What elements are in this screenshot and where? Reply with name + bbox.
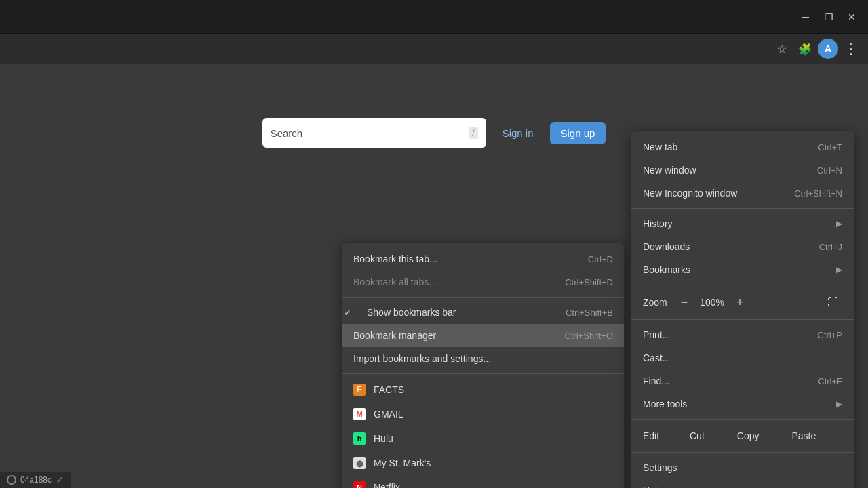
submenu-divider-2	[342, 373, 624, 374]
bookmark-facts-item[interactable]: F FACTS	[342, 378, 624, 402]
more-tools-item[interactable]: More tools ▶	[631, 392, 854, 415]
bookmark-all-tabs-item: Bookmark all tabs... Ctrl+Shift+D	[342, 270, 624, 293]
main-content: Search / Sign in Sign up 04a188c ✓ Bookm…	[0, 64, 868, 488]
settings-label: Settings	[643, 462, 677, 473]
bookmarks-label: Bookmarks	[643, 264, 690, 275]
bookmarks-item[interactable]: Bookmarks ▶	[631, 258, 854, 281]
browser-titlebar: ─ ❐ ✕	[0, 0, 868, 34]
import-bookmarks-label: Import bookmarks and settings...	[353, 353, 491, 364]
edit-row: Edit Cut Copy Paste	[631, 423, 854, 449]
zoom-row: Zoom − 100% + ⛶	[631, 289, 854, 316]
new-tab-label: New tab	[643, 142, 677, 152]
more-tools-arrow-icon: ▶	[836, 399, 842, 409]
copy-button[interactable]: Copy	[728, 427, 769, 445]
new-window-label: New window	[643, 165, 696, 176]
new-window-shortcut: Ctrl+N	[817, 165, 842, 176]
paste-button[interactable]: Paste	[782, 427, 825, 445]
new-incognito-item[interactable]: New Incognito window Ctrl+Shift+N	[631, 182, 854, 205]
submenu-divider-1	[342, 297, 624, 298]
history-label: History	[643, 218, 673, 229]
netflix-icon: N	[353, 481, 366, 488]
extensions-icon[interactable]: 🧩	[795, 39, 815, 59]
bookmark-manager-label: Bookmark manager	[353, 330, 436, 341]
status-id: 04a188c	[20, 475, 52, 485]
bookmark-this-tab-shortcut: Ctrl+D	[588, 254, 613, 264]
stmarks-icon: ⬤	[353, 457, 366, 469]
settings-item[interactable]: Settings	[631, 456, 854, 479]
maximize-button[interactable]: ❐	[819, 7, 838, 26]
zoom-minus-button[interactable]: −	[675, 293, 693, 311]
status-bar: 04a188c ✓	[0, 472, 71, 488]
zoom-label: Zoom	[643, 297, 670, 308]
more-tools-label: More tools	[643, 399, 687, 409]
bookmark-stmarks-item[interactable]: ⬤ My St. Mark's	[342, 451, 624, 475]
bookmarks-arrow-icon: ▶	[836, 265, 842, 274]
bookmark-gmail-item[interactable]: M GMAIL	[342, 402, 624, 426]
zoom-fullscreen-button[interactable]: ⛶	[823, 293, 842, 312]
menu-divider-1	[631, 208, 854, 209]
signup-button[interactable]: Sign up	[550, 122, 606, 144]
bookmark-all-tabs-label: Bookmark all tabs...	[353, 277, 437, 287]
show-bookmarks-bar-label: Show bookmarks bar	[367, 307, 456, 318]
bookmark-this-tab-label: Bookmark this tab...	[353, 253, 437, 264]
find-label: Find...	[643, 375, 669, 386]
menu-divider-2	[631, 285, 854, 285]
new-tab-item[interactable]: New tab Ctrl+T	[631, 136, 854, 159]
find-item[interactable]: Find... Ctrl+F	[631, 369, 854, 392]
hulu-icon: h	[353, 432, 366, 445]
bookmark-netflix-item[interactable]: N Netflix	[342, 475, 624, 488]
gmail-icon: M	[353, 408, 366, 420]
menu-divider-3	[631, 319, 854, 320]
bookmark-star-icon[interactable]: ☆	[772, 39, 792, 59]
bookmark-manager-item[interactable]: Bookmark manager Ctrl+Shift+O	[342, 324, 624, 347]
cast-item[interactable]: Cast...	[631, 346, 854, 369]
new-tab-shortcut: Ctrl+T	[818, 142, 842, 152]
show-bookmarks-bar-shortcut: Ctrl+Shift+B	[566, 308, 613, 318]
browser-toolbar: ☆ 🧩 A ⋮	[0, 34, 868, 64]
search-box[interactable]: Search /	[262, 118, 486, 148]
find-shortcut: Ctrl+F	[818, 376, 842, 386]
signin-button[interactable]: Sign in	[494, 122, 542, 144]
import-bookmarks-item[interactable]: Import bookmarks and settings...	[342, 347, 624, 370]
downloads-shortcut: Ctrl+J	[819, 242, 842, 252]
history-item[interactable]: History ▶	[631, 212, 854, 235]
zoom-plus-button[interactable]: +	[731, 293, 749, 311]
cast-label: Cast...	[643, 352, 670, 363]
bookmark-hulu-item[interactable]: h Hulu	[342, 426, 624, 451]
help-item[interactable]: Help ▶	[631, 479, 854, 488]
bookmark-manager-shortcut: Ctrl+Shift+O	[564, 331, 613, 341]
downloads-item[interactable]: Downloads Ctrl+J	[631, 235, 854, 258]
search-input-text: Search	[271, 127, 464, 139]
facts-label: FACTS	[374, 384, 404, 395]
search-area: Search / Sign in Sign up	[262, 118, 606, 148]
stmarks-label: My St. Mark's	[374, 458, 431, 468]
gmail-label: GMAIL	[374, 409, 403, 420]
print-label: Print...	[643, 329, 670, 340]
main-context-menu: New tab Ctrl+T New window Ctrl+N New Inc…	[631, 131, 854, 488]
show-bookmarks-bar-item[interactable]: ✓ Show bookmarks bar Ctrl+Shift+B	[342, 301, 624, 324]
cut-button[interactable]: Cut	[680, 427, 714, 445]
menu-icon[interactable]: ⋮	[841, 39, 861, 59]
close-button[interactable]: ✕	[842, 7, 861, 26]
print-item[interactable]: Print... Ctrl+P	[631, 323, 854, 346]
help-label: Help	[643, 485, 663, 488]
browser-window: ─ ❐ ✕ ☆ 🧩 A ⋮ Search / Sign in Sign up	[0, 0, 868, 488]
history-arrow-icon: ▶	[836, 219, 842, 228]
new-incognito-label: New Incognito window	[643, 188, 737, 199]
bookmark-this-tab-item[interactable]: Bookmark this tab... Ctrl+D	[342, 247, 624, 270]
new-window-item[interactable]: New window Ctrl+N	[631, 159, 854, 182]
edit-label: Edit	[643, 430, 667, 441]
window-controls: ─ ❐ ✕	[796, 7, 861, 26]
print-shortcut: Ctrl+P	[818, 330, 842, 340]
menu-divider-5	[631, 452, 854, 453]
netflix-label: Netflix	[374, 482, 400, 488]
show-bookmarks-bar-check-icon: ✓	[342, 307, 353, 318]
profile-avatar[interactable]: A	[818, 39, 838, 59]
hulu-label: Hulu	[374, 433, 393, 444]
facts-icon: F	[353, 384, 366, 396]
downloads-label: Downloads	[643, 241, 690, 252]
minimize-button[interactable]: ─	[796, 7, 815, 26]
zoom-value: 100%	[698, 297, 726, 308]
bookmark-submenu: Bookmark this tab... Ctrl+D Bookmark all…	[342, 243, 624, 488]
status-dot-icon	[7, 475, 16, 485]
